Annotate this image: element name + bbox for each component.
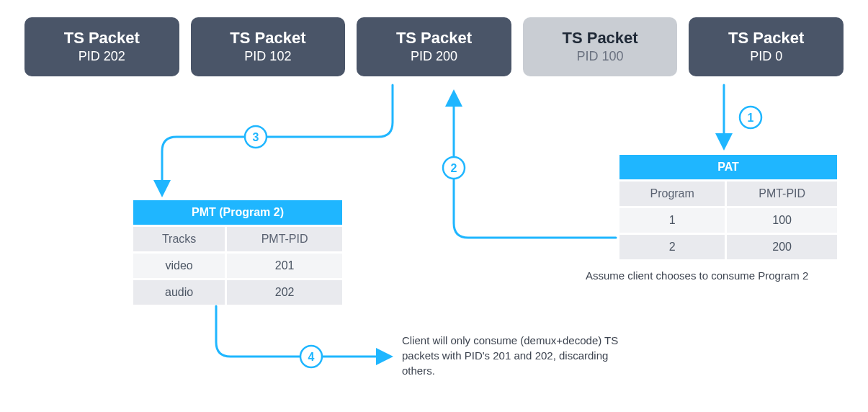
pat-col-pmtpid: PMT-PID <box>726 181 837 207</box>
ts-packet-pid-200: TS Packet PID 200 <box>357 17 511 76</box>
packet-title: TS Packet <box>396 30 472 47</box>
pmt-cell: 202 <box>226 279 342 305</box>
packet-pid: PID 202 <box>79 49 125 64</box>
step-badge-2 <box>443 157 465 179</box>
ts-packet-pid-0: TS Packet PID 0 <box>689 17 844 76</box>
packet-pid: PID 102 <box>244 49 291 64</box>
final-caption: Client will only consume (demux+decode) … <box>402 333 625 378</box>
pat-cell: 1 <box>619 207 726 234</box>
pat-cell: 200 <box>726 234 837 260</box>
arrow-step-4 <box>216 306 389 357</box>
step-badge-3 <box>245 126 267 148</box>
packet-title: TS Packet <box>562 30 637 47</box>
packet-title: TS Packet <box>64 30 140 47</box>
pmt-title: PMT (Program 2) <box>133 200 342 226</box>
pmt-table: PMT (Program 2) Tracks PMT-PID video 201… <box>133 200 342 305</box>
pat-table: PAT Program PMT-PID 1 100 2 200 <box>619 155 837 259</box>
packet-title: TS Packet <box>230 30 305 47</box>
arrow-step-2 <box>454 94 616 238</box>
pmt-col-tracks: Tracks <box>133 226 226 253</box>
ts-packet-row: TS Packet PID 202 TS Packet PID 102 TS P… <box>24 17 844 76</box>
pmt-cell: video <box>133 253 226 279</box>
packet-pid: PID 200 <box>411 49 457 64</box>
step-badge-4 <box>300 346 322 367</box>
step-badge-3-label: 3 <box>253 131 259 143</box>
packet-pid: PID 0 <box>750 49 782 64</box>
ts-packet-pid-102: TS Packet PID 102 <box>191 17 346 76</box>
pmt-cell: 201 <box>226 253 342 279</box>
ts-packet-pid-202: TS Packet PID 202 <box>24 17 179 76</box>
pat-caption: Assume client chooses to consume Program… <box>586 268 859 283</box>
ts-packet-pid-100: TS Packet PID 100 <box>523 17 678 76</box>
pat-title: PAT <box>619 155 837 181</box>
pat-col-program: Program <box>619 181 726 207</box>
packet-title: TS Packet <box>728 30 804 47</box>
step-badge-2-label: 2 <box>451 162 457 174</box>
step-badge-4-label: 4 <box>308 351 315 363</box>
step-badge-1 <box>740 107 761 128</box>
pat-cell: 100 <box>726 207 837 234</box>
pat-cell: 2 <box>619 234 726 260</box>
pmt-col-pmtpid: PMT-PID <box>226 226 342 253</box>
pmt-cell: audio <box>133 279 226 305</box>
arrow-step-3 <box>162 85 393 193</box>
packet-pid: PID 100 <box>577 49 624 64</box>
step-badge-1-label: 1 <box>748 112 754 124</box>
